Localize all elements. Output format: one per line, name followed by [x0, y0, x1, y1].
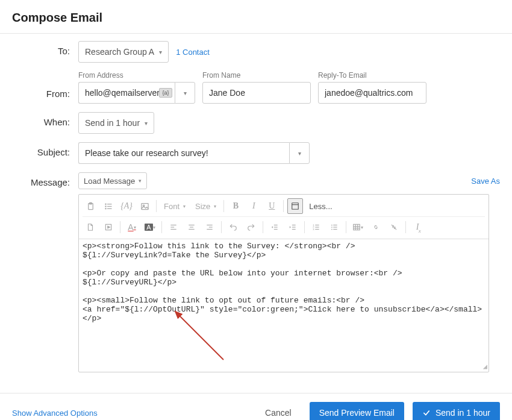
chevron-down-icon: ▾: [139, 178, 142, 184]
link-icon[interactable]: [368, 219, 384, 235]
underline-icon[interactable]: U: [264, 198, 279, 214]
table-icon[interactable]: ▾: [350, 219, 366, 235]
align-right-icon[interactable]: [202, 219, 217, 235]
bold-icon[interactable]: B: [228, 198, 243, 214]
when-row: When: Send in 1 hour ▾: [12, 112, 500, 134]
svg-point-7: [105, 208, 105, 208]
when-value: Send in 1 hour: [85, 118, 140, 128]
from-address-input[interactable]: hello@qemailserver.com: [85, 88, 163, 98]
reply-to-input[interactable]: [318, 82, 426, 104]
piped-text-icon[interactable]: {A}: [119, 198, 134, 214]
chevron-down-icon: ▾: [298, 150, 301, 157]
align-center-icon[interactable]: [184, 219, 199, 235]
svg-point-5: [105, 204, 105, 204]
subject-label: Subject:: [12, 142, 78, 157]
from-address-label: From Address: [78, 71, 195, 80]
svg-marker-30: [290, 226, 291, 228]
piped-text-icon[interactable]: {a}: [159, 88, 172, 98]
annotation-arrow: [169, 306, 242, 378]
send-button[interactable]: Send in 1 hour: [413, 402, 500, 420]
less-toggle[interactable]: Less...: [305, 198, 336, 214]
contact-count-link[interactable]: 1 Contact: [176, 48, 210, 57]
from-name-label: From Name: [202, 71, 311, 80]
editor-body[interactable]: <p><strong>Follow this link to the Surve…: [79, 239, 489, 372]
italic-icon[interactable]: I: [246, 198, 261, 214]
dialog-footer: Show Advanced Options Cancel Send Previe…: [0, 393, 512, 420]
from-address-dropdown[interactable]: ▾: [175, 82, 195, 104]
svg-text:3: 3: [313, 228, 314, 231]
chevron-down-icon: ▾: [214, 204, 216, 209]
unlink-icon[interactable]: [386, 219, 402, 235]
svg-marker-26: [272, 226, 273, 228]
svg-rect-8: [141, 203, 148, 209]
chevron-down-icon: ▾: [145, 120, 148, 127]
when-select[interactable]: Send in 1 hour ▾: [78, 112, 154, 134]
advanced-options-link[interactable]: Show Advanced Options: [12, 409, 98, 418]
list-icon[interactable]: [101, 198, 116, 214]
load-message-select[interactable]: Load Message ▾: [78, 172, 147, 189]
to-group-select[interactable]: Research Group A ▾: [78, 41, 169, 63]
subject-dropdown[interactable]: ▾: [289, 142, 310, 164]
indent-icon[interactable]: [285, 219, 301, 235]
editor-source-text: <p><strong>Follow this link to the Surve…: [83, 242, 482, 323]
svg-point-42: [331, 229, 332, 230]
svg-line-50: [175, 312, 223, 360]
svg-point-6: [105, 205, 105, 206]
image-icon[interactable]: [137, 198, 152, 214]
subject-row: Subject: ▾: [12, 142, 500, 164]
svg-point-41: [331, 227, 332, 228]
new-page-icon[interactable]: [83, 219, 98, 235]
source-icon[interactable]: [287, 198, 303, 214]
resize-grip-icon[interactable]: ◢: [483, 363, 487, 371]
subject-input[interactable]: [78, 142, 289, 164]
send-preview-button[interactable]: Send Preview Email: [310, 402, 404, 420]
svg-rect-10: [292, 203, 299, 210]
undo-icon[interactable]: [225, 219, 241, 235]
page-title: Compose Email: [12, 11, 500, 25]
chevron-down-icon: ▾: [183, 204, 186, 209]
text-color-icon[interactable]: A▾: [124, 219, 140, 235]
svg-point-40: [331, 225, 332, 226]
to-row: To: Research Group A ▾ 1 Contact: [12, 41, 500, 63]
reply-to-label: Reply-To Email: [318, 71, 426, 80]
send-button-label: Send in 1 hour: [436, 408, 490, 418]
clear-format-icon[interactable]: Ix: [410, 219, 425, 235]
rich-text-editor: {A} Font ▾ Size ▾: [78, 194, 489, 372]
bg-color-icon[interactable]: A▾: [142, 219, 158, 235]
align-left-icon[interactable]: [166, 219, 181, 235]
chevron-down-icon: ▾: [184, 90, 187, 96]
compose-form: To: Research Group A ▾ 1 Contact From: F…: [0, 34, 512, 393]
from-row: From: From Address hello@qemailserver.co…: [12, 71, 500, 104]
template-icon[interactable]: [101, 219, 116, 235]
message-row: Message: Load Message ▾ Save As: [12, 172, 500, 372]
dialog-header: Compose Email: [0, 0, 512, 34]
unordered-list-icon[interactable]: [326, 219, 342, 235]
check-icon: [422, 409, 431, 417]
message-label: Message:: [12, 172, 78, 187]
from-name-input[interactable]: [202, 82, 311, 104]
load-message-label: Load Message: [84, 177, 135, 186]
to-label: To:: [12, 41, 78, 56]
cancel-button[interactable]: Cancel: [255, 402, 301, 420]
to-group-value: Research Group A: [85, 47, 154, 57]
editor-toolbar: {A} Font ▾ Size ▾: [79, 195, 489, 239]
outdent-icon[interactable]: [267, 219, 283, 235]
save-as-link[interactable]: Save As: [471, 177, 500, 186]
chevron-down-icon: ▾: [159, 49, 162, 55]
svg-rect-43: [354, 224, 360, 230]
when-label: When:: [12, 112, 78, 127]
from-label: From:: [12, 89, 78, 104]
paste-icon[interactable]: [83, 198, 98, 214]
ordered-list-icon[interactable]: 123: [308, 219, 324, 235]
svg-marker-13: [108, 226, 110, 228]
redo-icon[interactable]: [243, 219, 259, 235]
size-select[interactable]: Size ▾: [192, 198, 220, 214]
font-select[interactable]: Font ▾: [160, 198, 189, 214]
